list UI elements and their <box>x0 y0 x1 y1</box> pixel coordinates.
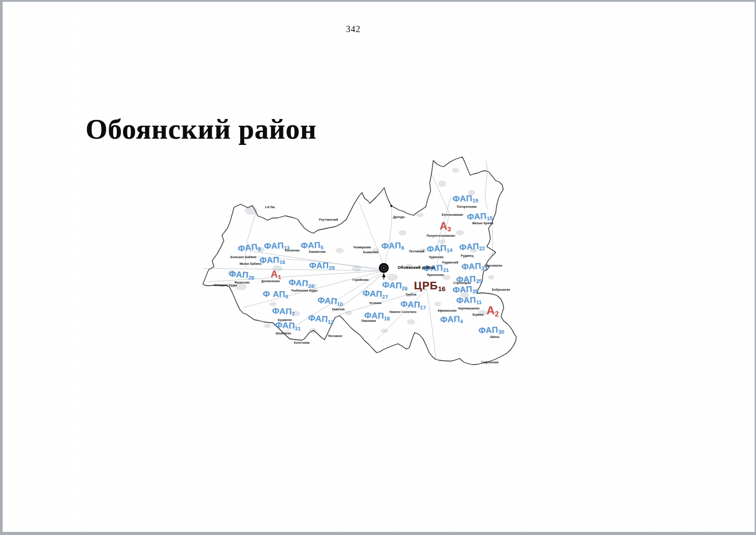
place-label: Реутчанский <box>319 218 338 222</box>
fap-label: ФАП10 <box>317 296 344 306</box>
fap-label: ФАП26 <box>382 280 408 290</box>
place-label: Шипы <box>490 336 500 339</box>
place-label: Каменка <box>332 308 345 311</box>
place-label: Бобрышево <box>492 288 510 292</box>
ambulance-label: А2 <box>486 305 499 316</box>
fap-label: ФАП28 <box>229 270 255 280</box>
fap-label: ФАП9 <box>238 242 261 253</box>
place-label: Нижнее Солотино <box>390 311 417 314</box>
district-center-label: Обоянский район <box>398 265 435 270</box>
place-label: Башкатово <box>309 251 325 254</box>
place-label: Малые Крюки <box>472 222 493 225</box>
scanned-document: { "page": { "number": "342", "title": "О… <box>0 0 756 535</box>
place-label: Бушмено <box>278 319 292 322</box>
fap-label: ФАП14 <box>427 243 453 254</box>
place-label: Трубеж <box>406 293 417 296</box>
fap-label: ФАП23 <box>461 261 487 271</box>
fap-label: ФАП17 <box>400 300 426 309</box>
place-label: Павловка <box>362 320 376 323</box>
fap-label: Ф АП6 <box>263 290 288 298</box>
place-label: Рыбинские Буды <box>292 289 318 292</box>
place-label: Быканово <box>363 251 378 254</box>
place-label: Курасово <box>429 256 444 259</box>
place-label: Казацкие Буды <box>214 284 237 287</box>
district-boundary <box>203 157 516 365</box>
fap-label: ФАП8 <box>381 241 404 251</box>
place-label: Картамышево <box>458 307 480 310</box>
boundary-point-marker <box>390 205 393 207</box>
fap-label: ФАП4 <box>440 315 463 324</box>
place-label: Песчаный <box>409 250 424 253</box>
place-label: Кочетовка <box>294 342 310 345</box>
place-label: Погореловка <box>457 206 477 209</box>
fap-label: ФАП5 <box>300 241 324 250</box>
district-map: ФАП4ФАП5Ф АП6ФАП7ФАП8ФАП9ФАП10ФАП11ФАП12… <box>196 147 522 388</box>
fap-label: ФАП15 <box>467 211 493 221</box>
place-label: 1-й Лм. <box>265 206 275 209</box>
fap-label: ФАП16 <box>259 255 285 265</box>
place-label: Малое Бабино <box>239 263 261 266</box>
page-number: 342 <box>346 24 361 34</box>
place-label: Горяйново <box>353 279 369 282</box>
place-label: Полукотельниково <box>427 235 455 238</box>
place-label: Чекмаревка <box>353 246 371 249</box>
fap-label: ФАП12 <box>308 313 334 324</box>
fap-label: ФАП29 <box>309 261 334 270</box>
place-label: Косиново <box>285 249 300 252</box>
place-label: Дрозды <box>393 216 405 219</box>
fap-label: ФАП19 <box>452 194 478 203</box>
fap-label: ФАП11 <box>456 296 481 305</box>
place-label: Стрелецкое <box>453 282 471 285</box>
fap-label: ФАП22 <box>459 242 485 252</box>
place-label: Сафоновка <box>481 361 499 364</box>
ambulance-label: А1 <box>271 269 281 279</box>
fap-label: ФАП20 <box>452 284 478 294</box>
fap-label: ФАП7 <box>272 307 295 316</box>
fap-label: ФАП24 <box>288 278 315 288</box>
fap-label: ФАП27 <box>362 289 388 299</box>
place-label: Песчаное <box>328 335 342 338</box>
place-label: Долженково <box>261 280 280 283</box>
page-title: Обоянский район <box>86 113 317 146</box>
place-label: Котельниково <box>442 214 463 217</box>
place-label: Красниково <box>485 264 502 268</box>
place-label: Рудавский <box>442 261 458 264</box>
ambulance-label: А3 <box>440 221 451 231</box>
place-label: Рудавец <box>461 255 473 258</box>
hospital-label: ЦРБ16 <box>414 280 445 291</box>
place-label: Прилепово <box>427 274 444 277</box>
place-label: Усланка <box>369 302 381 305</box>
place-label: Афанасьево <box>438 309 457 313</box>
place-label: Зорино <box>472 313 483 317</box>
fap-label: ФАП31 <box>275 321 301 330</box>
place-label: Большое Бабино <box>230 256 256 259</box>
document-page: 342 Обоянский район <box>3 2 755 532</box>
fap-label: ФАП30 <box>478 325 504 335</box>
place-label: Шевелево <box>276 332 292 335</box>
